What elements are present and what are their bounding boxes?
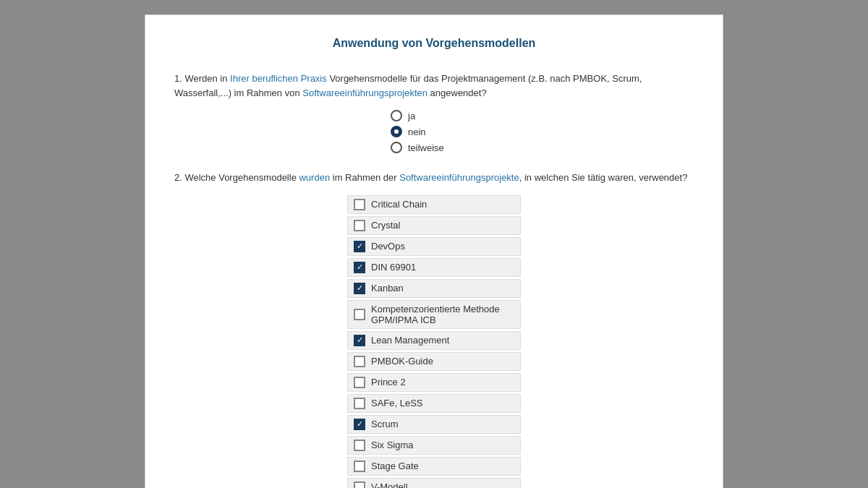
cb-vmodell-box	[354, 481, 365, 489]
cb-safe[interactable]: SAFe, LeSS	[347, 394, 521, 413]
cb-prince2-label: Prince 2	[371, 377, 406, 388]
cb-sixsigma-label: Six Sigma	[371, 440, 414, 450]
radio-teilweise-label: teilweise	[408, 142, 444, 153]
cb-vmodell[interactable]: V-Modell	[347, 478, 521, 489]
cb-prince2[interactable]: Prince 2	[347, 373, 521, 392]
cb-din69901-box	[354, 262, 365, 273]
cb-devops-label: DevOps	[371, 241, 405, 252]
q2-checkbox-list: Critical Chain Crystal DevOps DIN 69901 …	[174, 195, 694, 489]
cb-safe-box	[354, 398, 365, 409]
cb-sixsigma-box	[354, 440, 365, 451]
q2-highlight1: wurden	[299, 172, 330, 183]
cb-kompetenz-box	[354, 309, 365, 320]
cb-stagegate-box	[354, 461, 365, 472]
cb-din69901[interactable]: DIN 69901	[347, 258, 521, 277]
cb-kompetenz[interactable]: Kompetenzorientierte Methode GPM/IPMA IC…	[347, 300, 521, 329]
question-2-text: 2. Welche Vorgehensmodelle wurden im Rah…	[174, 171, 694, 185]
q2-highlight2: Softwareeinführungsprojekte	[399, 172, 519, 183]
cb-crystal-label: Crystal	[371, 220, 400, 231]
question-1-text: 1. Werden in Ihrer beruflichen Praxis Vo…	[174, 72, 694, 100]
radio-ja[interactable]: ja	[391, 110, 477, 121]
cb-critical-chain-box	[354, 199, 365, 210]
q2-text-middle: im Rahmen der	[330, 172, 399, 183]
cb-kanban-label: Kanban	[371, 283, 404, 294]
cb-stagegate-label: Stage Gate	[371, 461, 419, 471]
cb-pmbok-box	[354, 356, 365, 367]
cb-lean[interactable]: Lean Management	[347, 331, 521, 350]
radio-nein-label: nein	[408, 127, 426, 137]
radio-nein-circle	[391, 126, 402, 137]
cb-pmbok-label: PMBOK-Guide	[371, 356, 433, 367]
cb-lean-box	[354, 335, 365, 346]
cb-safe-label: SAFe, LeSS	[371, 398, 423, 408]
cb-vmodell-label: V-Modell	[371, 481, 408, 488]
cb-kanban-box	[354, 283, 365, 294]
cb-stagegate[interactable]: Stage Gate	[347, 457, 521, 476]
q1-text-after: angewendet?	[427, 87, 487, 98]
cb-scrum-box	[354, 419, 365, 430]
q1-radio-group: ja nein teilweise	[174, 110, 694, 153]
cb-crystal-box	[354, 220, 365, 231]
radio-ja-circle	[391, 110, 402, 121]
radio-teilweise[interactable]: teilweise	[391, 142, 477, 153]
cb-sixsigma[interactable]: Six Sigma	[347, 436, 521, 455]
page-title: Anwendung von Vorgehensmodellen	[174, 37, 694, 50]
question-2-block: 2. Welche Vorgehensmodelle wurden im Rah…	[174, 171, 694, 488]
survey-modal: Anwendung von Vorgehensmodellen 1. Werde…	[145, 14, 723, 488]
radio-teilweise-circle	[391, 142, 402, 153]
cb-scrum-label: Scrum	[371, 419, 399, 429]
cb-lean-label: Lean Management	[371, 335, 449, 346]
cb-kompetenz-label: Kompetenzorientierte Methode GPM/IPMA IC…	[371, 304, 514, 325]
radio-ja-label: ja	[408, 111, 415, 121]
cb-devops-box	[354, 241, 365, 252]
q2-text-before: 2. Welche Vorgehensmodelle	[174, 172, 299, 183]
cb-crystal[interactable]: Crystal	[347, 216, 521, 235]
radio-nein[interactable]: nein	[391, 126, 477, 137]
cb-prince2-box	[354, 377, 365, 388]
question-1-block: 1. Werden in Ihrer beruflichen Praxis Vo…	[174, 72, 694, 153]
cb-din69901-label: DIN 69901	[371, 262, 416, 273]
cb-devops[interactable]: DevOps	[347, 237, 521, 256]
q1-highlight2: Softwareeinführungsprojekten	[302, 87, 427, 98]
cb-critical-chain-label: Critical Chain	[371, 199, 427, 210]
cb-scrum[interactable]: Scrum	[347, 415, 521, 434]
cb-kanban[interactable]: Kanban	[347, 279, 521, 298]
q1-text-before: 1. Werden in	[174, 73, 230, 84]
q2-text-after: , in welchen Sie tätig waren, verwendet?	[519, 172, 688, 183]
cb-critical-chain[interactable]: Critical Chain	[347, 195, 521, 214]
q1-highlight1: Ihrer beruflichen Praxis	[230, 73, 327, 84]
cb-pmbok[interactable]: PMBOK-Guide	[347, 352, 521, 371]
